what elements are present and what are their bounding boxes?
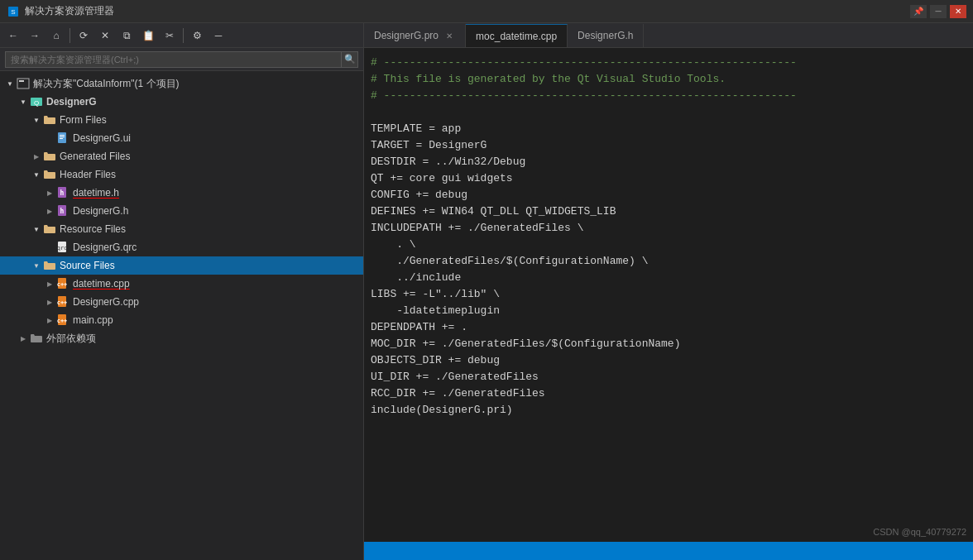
tree-item-external-deps[interactable]: ▶ 外部依赖项 (0, 329, 363, 347)
line-content: # This file is generated by the Qt Visua… (371, 71, 966, 88)
minimize-button[interactable]: ─ (930, 5, 947, 18)
external-deps-label: 外部依赖项 (46, 332, 96, 346)
code-editor[interactable]: # --------------------------------------… (364, 48, 973, 542)
generated-files-label: Generated Files (60, 151, 130, 162)
title-bar-controls[interactable]: 📌 ─ ✕ (910, 5, 966, 18)
tab-label: moc_datetime.cpp (476, 31, 557, 42)
tab-close-button[interactable]: ✕ (443, 30, 455, 41)
svg-rect-2 (17, 79, 29, 89)
line-content: . \ (371, 237, 966, 253)
code-line: include(DesignerG.pri) (364, 402, 973, 419)
line-content: INCLUDEPATH += ./GeneratedFiles \ (371, 220, 966, 237)
solution-explorer-panel: ← → ⌂ ⟳ ✕ ⧉ 📋 ✂ ⚙ ─ 🔍 ▼ (0, 23, 364, 560)
tab-designerg-pro[interactable]: DesignerG.pro ✕ (364, 24, 466, 47)
line-content: DESTDIR = ../Win32/Debug (371, 154, 966, 170)
tree-item-solution[interactable]: ▼ 解决方案"CdataInform"(1 个项目) (0, 74, 363, 93)
code-line: OBJECTS_DIR += debug (364, 352, 973, 369)
tab-label: DesignerG.pro (374, 30, 439, 41)
stop-button[interactable]: ✕ (95, 26, 115, 45)
forward-button[interactable]: → (25, 26, 45, 45)
svg-rect-6 (58, 132, 66, 143)
separator-2 (183, 28, 184, 43)
tree-item-main-cpp[interactable]: ▶ c++ main.cpp (0, 311, 363, 329)
code-line: QT += core gui widgets (364, 170, 973, 187)
tree-item-source-files[interactable]: ▼ Source Files (0, 256, 363, 275)
settings-button[interactable]: ⚙ (187, 26, 207, 45)
tree-item-project[interactable]: ▼ Q DesignerG (0, 93, 363, 111)
paste-button[interactable]: 📋 (138, 26, 158, 45)
line-content: RCC_DIR += ./GeneratedFiles (371, 385, 966, 402)
tree-item-datetime-cpp[interactable]: ▶ c++ datetime.cpp (0, 275, 363, 293)
code-line: TEMPLATE = app (364, 121, 973, 137)
source-files-label: Source Files (60, 260, 115, 271)
editor-panel: DesignerG.pro ✕ moc_datetime.cpp Designe… (364, 23, 973, 560)
line-content (371, 104, 966, 121)
tab-moc-datetime-cpp[interactable]: moc_datetime.cpp (466, 24, 568, 47)
expand-arrow: ▶ (30, 150, 43, 163)
svg-rect-3 (19, 80, 24, 82)
code-line: # This file is generated by the Qt Visua… (364, 71, 973, 88)
qrc-file-icon: qrc (56, 241, 70, 254)
code-line: CONFIG += debug (364, 187, 973, 203)
code-line: TARGET = DesignerG (364, 137, 973, 154)
code-line: -ldatetimeplugin (364, 303, 973, 319)
line-content: LIBS += -L"../lib" \ (371, 286, 966, 303)
tree-item-header-files[interactable]: ▼ Header Files (0, 165, 363, 184)
ui-file-icon (56, 132, 70, 145)
expand-arrow: ▼ (3, 77, 17, 90)
separator-1 (70, 28, 70, 43)
expand-arrow: ▶ (43, 314, 56, 327)
svg-rect-8 (60, 136, 65, 137)
datetime-cpp-label: datetime.cpp (73, 278, 130, 290)
expand-arrow: ▼ (30, 113, 43, 127)
pin-button[interactable]: 📌 (910, 5, 927, 18)
menu-button[interactable]: ─ (208, 26, 228, 45)
folder-icon (43, 150, 56, 163)
line-content: UI_DIR += ./GeneratedFiles (371, 369, 966, 385)
tree-item-form-files[interactable]: ▼ Form Files (0, 111, 363, 129)
tab-designerg-h[interactable]: DesignerG.h (568, 24, 644, 47)
expand-arrow: ▶ (17, 332, 30, 345)
back-button[interactable]: ← (3, 26, 23, 45)
ext-folder-icon (30, 332, 43, 345)
tab-bar: DesignerG.pro ✕ moc_datetime.cpp Designe… (364, 23, 973, 48)
copy-button[interactable]: ⧉ (117, 26, 137, 45)
datetime-h-label: datetime.h (73, 187, 119, 199)
explorer-toolbar: ← → ⌂ ⟳ ✕ ⧉ 📋 ✂ ⚙ ─ (0, 23, 363, 48)
title-bar-left: S 解决方案资源管理器 (7, 4, 114, 18)
search-button[interactable]: 🔍 (342, 51, 358, 68)
expand-arrow: ▼ (17, 95, 30, 108)
main-layout: ← → ⌂ ⟳ ✕ ⧉ 📋 ✂ ⚙ ─ 🔍 ▼ (0, 23, 973, 560)
search-input[interactable] (5, 51, 342, 68)
tree-item-designerg-ui[interactable]: DesignerG.ui (0, 129, 363, 147)
tree-item-generated-files[interactable]: ▶ Generated Files (0, 147, 363, 165)
home-button[interactable]: ⌂ (46, 26, 66, 45)
cut-button[interactable]: ✂ (160, 26, 180, 45)
svg-rect-9 (60, 138, 63, 139)
svg-text:h: h (60, 208, 65, 215)
tree-item-designerg-qrc[interactable]: qrc DesignerG.qrc (0, 238, 363, 256)
h-file-icon: h (56, 186, 70, 199)
tree-item-resource-files[interactable]: ▼ Resource Files (0, 220, 363, 238)
line-content: DEFINES += WIN64 QT_DLL QT_WIDGETS_LIB (371, 203, 966, 220)
tree-item-designerg-h[interactable]: ▶ h DesignerG.h (0, 202, 363, 220)
watermark-text: CSDN @qq_40779272 (873, 527, 966, 537)
line-content: TARGET = DesignerG (371, 137, 966, 154)
line-content: ./GeneratedFiles/$(ConfigurationName) \ (371, 253, 966, 270)
h-file-icon: h (56, 204, 70, 218)
folder-icon (43, 223, 56, 236)
svg-text:qrc: qrc (57, 245, 68, 251)
tree-item-designerg-cpp[interactable]: ▶ c++ DesignerG.cpp (0, 293, 363, 311)
close-button[interactable]: ✕ (950, 5, 966, 18)
cpp-file-icon: c++ (56, 277, 70, 290)
expand-arrow: ▶ (43, 186, 56, 199)
app-icon: S (7, 5, 20, 18)
line-content: # --------------------------------------… (371, 55, 966, 71)
refresh-button[interactable]: ⟳ (74, 26, 93, 45)
tree-item-datetime-h[interactable]: ▶ h datetime.h (0, 184, 363, 202)
line-content: ../include (371, 270, 966, 286)
folder-icon (43, 168, 56, 181)
svg-text:c++: c++ (57, 318, 68, 324)
expand-arrow: ▼ (30, 259, 43, 272)
line-content: # --------------------------------------… (371, 88, 966, 104)
